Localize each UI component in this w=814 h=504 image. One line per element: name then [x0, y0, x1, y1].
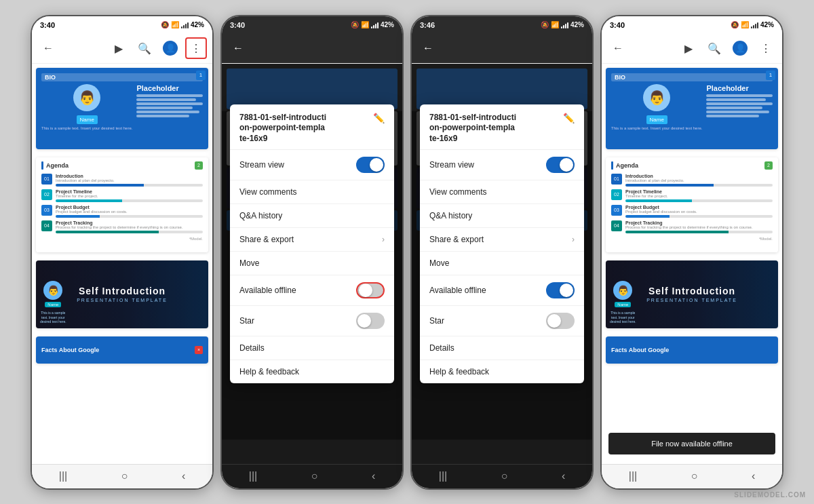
menu-help-3[interactable]: Help & feedback: [420, 360, 584, 383]
stream-view-toggle-2[interactable]: [356, 157, 385, 173]
menu-details-3[interactable]: Details: [420, 336, 584, 360]
self-intro-title-1: Self Introduction: [77, 286, 168, 296]
person-button-1[interactable]: 👤: [159, 37, 181, 59]
back-button-2[interactable]: ←: [227, 37, 249, 59]
person-icon-4: 👤: [733, 41, 748, 56]
wifi-icon-4: 📶: [741, 21, 749, 28]
facts-card-4: Facts About Google: [606, 336, 778, 364]
agenda-num-03b: 03: [611, 205, 622, 216]
nav-menu-3[interactable]: |||: [439, 470, 447, 482]
menu-view-comments-3[interactable]: View comments: [420, 180, 584, 204]
menu-details-2[interactable]: Details: [230, 336, 394, 360]
nav-home-1[interactable]: ○: [121, 470, 128, 482]
bar2: [373, 25, 374, 28]
facts-title-4: Facts About Google: [611, 347, 669, 353]
screenshot-container: 3:40 🔕 📶 42% ← ▶ 🔍 👤 ⋮: [0, 0, 814, 504]
agenda-item-01b: 01 Introduction Introduction al plan del…: [611, 174, 773, 187]
person-button-4[interactable]: 👤: [729, 37, 751, 59]
menu-stream-view-2[interactable]: Stream view: [230, 150, 394, 180]
agenda-num-01: 01: [41, 174, 52, 185]
menu-star-3[interactable]: Star: [420, 306, 584, 336]
bio-name-tag-1: Name: [77, 115, 98, 124]
nav-home-4[interactable]: ○: [691, 470, 698, 482]
menu-panel-2[interactable]: 7881-01-self-introduction-powerpoint-tem…: [230, 104, 394, 384]
available-offline-toggle-2[interactable]: [356, 282, 385, 298]
play-button-1[interactable]: ▶: [108, 37, 130, 59]
search-button-4[interactable]: 🔍: [703, 37, 725, 59]
available-offline-toggle-3[interactable]: [546, 282, 575, 298]
nav-menu-4[interactable]: |||: [629, 470, 637, 482]
wifi-icon: 📶: [171, 21, 179, 28]
menu-qa-history-3[interactable]: Q&A history: [420, 204, 584, 228]
play-button-4[interactable]: ▶: [678, 37, 699, 59]
battery-4: 42%: [760, 21, 774, 28]
menu-qa-history-2[interactable]: Q&A history: [230, 204, 394, 228]
nav-bar-2: ←: [222, 34, 402, 64]
signal-bars: [181, 22, 189, 28]
menu-help-2[interactable]: Help & feedback: [230, 360, 394, 383]
menu-view-comments-2[interactable]: View comments: [230, 180, 394, 204]
nav-menu-1[interactable]: |||: [59, 470, 67, 482]
menu-star-2[interactable]: Star: [230, 306, 394, 336]
time-2: 3:40: [230, 21, 245, 29]
bar3: [185, 24, 187, 28]
bar1: [371, 26, 372, 28]
status-icons-1: 🔕 📶 42%: [161, 21, 204, 28]
nav-back-1[interactable]: ‹: [182, 470, 185, 482]
bio-right-1: Placeholder: [136, 84, 203, 144]
back-button-3[interactable]: ←: [417, 37, 439, 59]
bio-line: [706, 111, 769, 113]
bio-card-4: 1 BIO 👨 Name This is a sample text. Inse…: [606, 68, 778, 149]
edit-icon-2[interactable]: ✏️: [373, 113, 385, 123]
menu-stream-view-3[interactable]: Stream view: [420, 150, 584, 180]
bio-line: [706, 94, 773, 97]
bio-slide-1: 1 BIO 👨 Name This is a sample text. Inse…: [36, 68, 208, 149]
self-intro-slide-4: 👨 Name This is a sampletext. Insert your…: [606, 260, 778, 328]
agenda-num-04: 04: [41, 220, 52, 231]
menu-title-2: 7881-01-self-introduction-powerpoint-tem…: [239, 113, 368, 144]
phone-3: 3:46 🔕 📶 42% ←: [410, 15, 594, 490]
agenda-slide-4: Agenda 2 01 Introduction Introduction al…: [606, 157, 778, 252]
star-toggle-2[interactable]: [356, 313, 385, 329]
self-intro-sub-4: PRESENTATION TEMPLATE: [646, 298, 737, 303]
star-toggle-3[interactable]: [546, 313, 575, 329]
menu-share-export-2[interactable]: Share & export ›: [230, 228, 394, 252]
back-button-1[interactable]: ←: [37, 37, 59, 59]
nav-back-3[interactable]: ‹: [562, 470, 565, 482]
back-button-4[interactable]: ←: [607, 37, 629, 59]
nav-back-2[interactable]: ‹: [372, 470, 375, 482]
status-bar-4: 3:40 🔕 📶 42%: [602, 16, 782, 34]
stream-view-toggle-3[interactable]: [546, 157, 575, 173]
nav-home-2[interactable]: ○: [311, 470, 318, 482]
menu-panel-3[interactable]: 7881-01-self-introduction-powerpoint-tem…: [420, 104, 584, 384]
menu-share-export-3[interactable]: Share & export ›: [420, 228, 584, 252]
menu-move-3[interactable]: Move: [420, 252, 584, 275]
share-export-label-2: Share & export: [239, 235, 294, 244]
status-bar-3: 3:46 🔕 📶 42%: [412, 16, 592, 34]
bio-label-4: BIO: [611, 73, 773, 81]
phone-4: 3:40 🔕 📶 42% ← ▶ 🔍 👤 ⋮: [600, 15, 783, 490]
menu-available-offline-3[interactable]: Available offline: [420, 275, 584, 306]
bio-label-1: BIO: [41, 73, 203, 81]
agenda-num-01b: 01: [611, 174, 622, 185]
bottom-nav-2: ||| ○ ‹: [222, 464, 402, 488]
search-button-1[interactable]: 🔍: [134, 37, 155, 59]
more-button-4[interactable]: ⋮: [755, 37, 777, 59]
agenda-text-03b: Project Budget Project budget and discus…: [625, 205, 773, 218]
signal-bars-3: [561, 22, 568, 28]
avatar-circle-4: 👨: [613, 281, 632, 300]
menu-move-2[interactable]: Move: [230, 252, 394, 275]
edit-icon-3[interactable]: ✏️: [563, 113, 575, 123]
bg-content-2: 7881-01-self-introduction-powerpoint-tem…: [222, 64, 402, 464]
nav-home-3[interactable]: ○: [501, 470, 508, 482]
menu-available-offline-2[interactable]: Available offline: [230, 275, 394, 306]
bio-avatar-4: 👨: [643, 84, 670, 111]
nav-menu-2[interactable]: |||: [249, 470, 257, 482]
agenda-num-02: 02: [41, 189, 52, 200]
bio-corner-4: 1: [766, 71, 775, 80]
move-label-2: Move: [239, 258, 259, 268]
nav-back-4[interactable]: ‹: [752, 470, 755, 482]
more-button-1[interactable]: ⋮: [185, 37, 207, 59]
agenda-corner-4: 2: [764, 161, 773, 170]
agenda-item-01: 01 Introduction Introduction al plan del…: [41, 174, 203, 187]
